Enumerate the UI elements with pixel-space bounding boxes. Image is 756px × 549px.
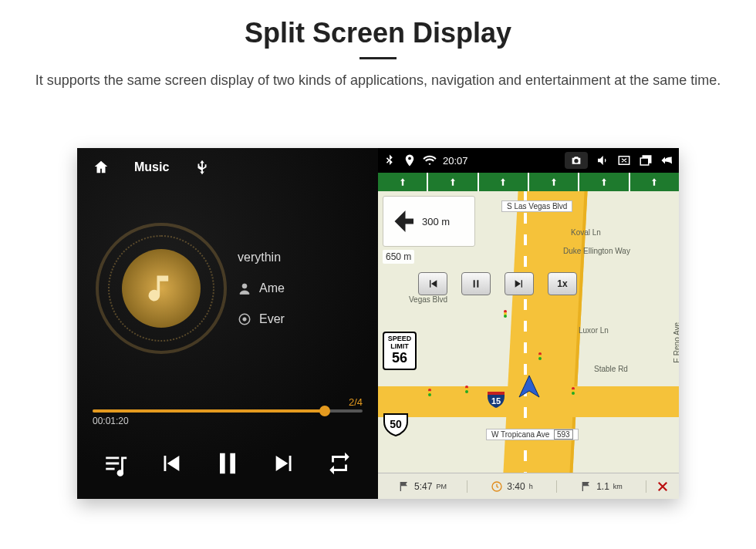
nav-pause-button[interactable] xyxy=(461,272,491,295)
svg-point-0 xyxy=(242,284,247,288)
street-label: Vegas Blvd xyxy=(409,295,447,304)
playlist-button[interactable] xyxy=(103,450,129,477)
music-metadata: verythin Ame Ever xyxy=(227,251,369,326)
turn-distance: 300 m xyxy=(422,216,450,227)
svg-text:15: 15 xyxy=(491,396,501,406)
artist-name: Ame xyxy=(259,281,285,295)
nav-prev-button[interactable] xyxy=(418,272,447,295)
lane-arrow xyxy=(378,173,428,191)
trip-close-button[interactable] xyxy=(646,480,679,493)
nav-speed-button[interactable]: 1x xyxy=(548,272,577,295)
street-label: S Las Vegas Blvd xyxy=(501,200,572,212)
lane-arrow xyxy=(529,173,579,191)
recent-apps-icon[interactable] xyxy=(639,153,653,167)
vehicle-cursor xyxy=(516,374,542,400)
svg-point-2 xyxy=(243,318,247,322)
lane-arrow xyxy=(428,173,478,191)
music-body: verythin Ame Ever xyxy=(77,187,378,390)
bluetooth-icon xyxy=(383,153,397,167)
trip-eta[interactable]: 5:47PM xyxy=(378,480,467,493)
album-name: Ever xyxy=(259,312,285,326)
svg-point-17 xyxy=(572,392,575,395)
screenshot-icon[interactable] xyxy=(565,152,588,169)
music-pane: Music verythin Ame xyxy=(77,148,378,499)
street-label: Duke Ellington Way xyxy=(563,247,630,255)
elapsed-time: 00:01:20 xyxy=(93,416,129,426)
svg-point-8 xyxy=(538,357,542,360)
trip-info-bar: 5:47PM 3:40h 1.1km xyxy=(378,473,679,499)
speed-limit-value: 56 xyxy=(384,351,415,366)
street-label: W Tropicana Ave 593 xyxy=(486,429,579,440)
svg-point-5 xyxy=(504,315,507,318)
artist-row: Ame xyxy=(238,281,369,295)
status-time: 20:07 xyxy=(443,155,468,167)
home-icon[interactable] xyxy=(93,159,110,176)
music-controls xyxy=(77,433,378,499)
street-label: Koval Ln xyxy=(571,228,601,237)
route-shield: 50 xyxy=(383,411,409,437)
lane-guidance xyxy=(378,173,679,191)
trip-duration[interactable]: 3:40h xyxy=(467,480,557,493)
svg-text:50: 50 xyxy=(390,418,402,430)
svg-point-11 xyxy=(465,390,468,393)
street-label: E Reno Ave xyxy=(673,322,679,363)
navigation-pane: 20:07 S Las Vegas Blvd Koval xyxy=(378,148,679,499)
location-icon xyxy=(403,153,417,167)
page-subtitle: It supports the same screen display of t… xyxy=(31,70,725,91)
music-app-label: Music xyxy=(134,160,169,174)
prev-track-button[interactable] xyxy=(157,450,184,477)
album-art xyxy=(96,223,227,354)
status-bar: 20:07 xyxy=(378,148,679,173)
turn-left-icon xyxy=(386,205,419,237)
pause-button[interactable] xyxy=(212,448,243,479)
clock-icon xyxy=(491,480,503,493)
usb-icon[interactable] xyxy=(194,159,211,176)
flag-icon xyxy=(398,480,410,493)
wifi-icon xyxy=(423,153,437,167)
speed-limit-sign: SPEED LIMIT 56 xyxy=(383,332,417,370)
svg-point-14 xyxy=(428,393,431,396)
trip-distance[interactable]: 1.1km xyxy=(557,480,646,493)
volume-icon[interactable] xyxy=(596,153,609,167)
nav-next-button[interactable] xyxy=(505,272,534,295)
music-topbar: Music xyxy=(77,148,378,187)
street-label: Stable Rd xyxy=(594,365,628,373)
album-icon xyxy=(238,312,251,326)
page-title: Split Screen Display xyxy=(0,17,756,49)
artist-icon xyxy=(238,281,251,295)
next-track-button[interactable] xyxy=(272,450,298,477)
track-title-row: verythin xyxy=(238,251,369,264)
lane-arrow xyxy=(630,173,679,191)
flag-icon xyxy=(580,480,592,493)
interstate-shield: 15 xyxy=(486,389,506,409)
album-row: Ever xyxy=(238,312,369,326)
lane-arrow xyxy=(479,173,529,191)
map-area[interactable]: S Las Vegas Blvd Koval Ln Duke Ellington… xyxy=(378,191,679,473)
title-underline xyxy=(359,57,397,59)
approach-distance: 650 m xyxy=(383,250,414,264)
music-note-icon xyxy=(144,271,178,305)
track-title: verythin xyxy=(238,251,281,264)
close-app-icon[interactable] xyxy=(617,153,631,167)
split-screen-device: Music verythin Ame xyxy=(77,148,679,499)
close-icon xyxy=(656,480,670,493)
progress-bar[interactable] xyxy=(93,409,363,413)
street-label: Luxor Ln xyxy=(579,326,609,335)
repeat-button[interactable] xyxy=(326,450,353,477)
back-icon[interactable] xyxy=(660,153,674,167)
lane-arrow xyxy=(579,173,629,191)
turn-panel: 300 m xyxy=(383,196,475,247)
progress-section: 2/4 00:01:20 xyxy=(77,390,378,433)
nav-mini-controls: 1x xyxy=(418,272,577,295)
